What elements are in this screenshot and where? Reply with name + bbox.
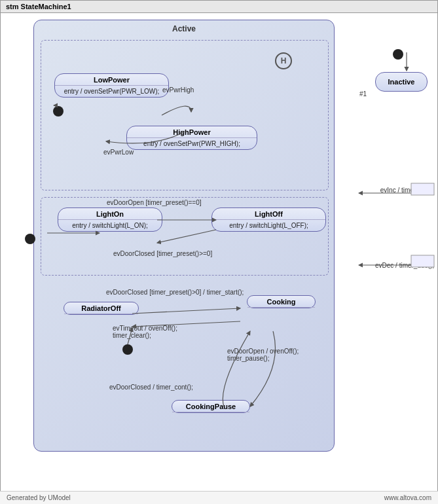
history-circle: H	[275, 52, 292, 69]
active-label: Active	[34, 20, 334, 37]
hash1-label: #1	[359, 90, 367, 98]
footer: Generated by UModel www.altova.com	[0, 491, 438, 504]
evdoorclosed-timer-label: evDoorClosed [timer_preset()>=0]	[113, 250, 212, 257]
active-state: Active H LowPower entry / ovenSetPwr(PWR…	[33, 20, 335, 452]
lightoff-name: LightOff	[212, 208, 325, 220]
cooking-state: Cooking	[247, 295, 316, 308]
init-circle-mid	[25, 234, 35, 244]
lowpower-name: LowPower	[55, 74, 168, 86]
footer-website: www.altova.com	[384, 494, 431, 501]
init-circle-top	[53, 106, 64, 117]
init-circle-bot	[122, 344, 133, 355]
lighton-name: LightOn	[58, 208, 162, 220]
lighton-body: entry / switchLight(L_ON);	[58, 220, 162, 231]
evDec-label: evDec / timer_dec();	[375, 262, 434, 269]
evdooropen-label: evDoorOpen [timer_preset()==0]	[107, 199, 202, 206]
radiatoroff-name: RadiatorOff	[64, 302, 138, 314]
main-area: Active H LowPower entry / ovenSetPwr(PWR…	[1, 13, 437, 486]
lowpower-state: LowPower entry / ovenSetPwr(PWR_LOW);	[54, 73, 169, 98]
evdooropen-pause-label: evDoorOpen / ovenOff();timer_pause();	[227, 348, 299, 362]
region-bot: RadiatorOff Cooking CookingPause evDoorC…	[41, 282, 329, 446]
evdoorclosed-cont-label: evDoorClosed / timer_cont();	[109, 384, 193, 391]
lowpower-body: entry / ovenSetPwr(PWR_LOW);	[55, 86, 168, 97]
diagram-title: stm StateMachine1	[6, 3, 71, 10]
radiatoroff-state: RadiatorOff	[64, 302, 139, 315]
inactive-state: Inactive	[375, 72, 428, 92]
highpower-state: HighPower entry / ovenSetPwr(PWR_HIGH);	[126, 126, 257, 150]
title-bar: stm StateMachine1	[1, 1, 437, 13]
evpwrlow-label: evPwrLow	[103, 149, 134, 156]
evtimeout-label: evTimeout / ovenOff();timer_clear();	[113, 325, 177, 339]
cooking-name: Cooking	[247, 296, 315, 308]
highpower-body: entry / ovenSetPwr(PWR_HIGH);	[127, 138, 257, 149]
region-top: H LowPower entry / ovenSetPwr(PWR_LOW); …	[41, 40, 329, 190]
lighton-state: LightOn entry / switchLight(L_ON);	[58, 207, 162, 232]
highpower-name: HighPower	[127, 126, 257, 138]
evdoorclosed-start-label: evDoorClosed [timer_preset()>0] / timer_…	[106, 289, 244, 296]
lightoff-state: LightOff entry / switchLight(L_OFF);	[211, 207, 326, 232]
cookingpause-name: CookingPause	[172, 401, 249, 412]
cookingpause-state: CookingPause	[172, 400, 250, 413]
inactive-init-circle	[393, 49, 403, 60]
lightoff-body: entry / switchLight(L_OFF);	[212, 220, 325, 231]
evInc-label: evInc / timer_inc();	[380, 187, 434, 194]
evpwrhigh-label: evPwrHigh	[162, 86, 194, 94]
inactive-label: Inactive	[388, 78, 415, 86]
region-mid: LightOn entry / switchLight(L_ON); Light…	[41, 197, 329, 276]
footer-generated: Generated by UModel	[7, 494, 71, 501]
